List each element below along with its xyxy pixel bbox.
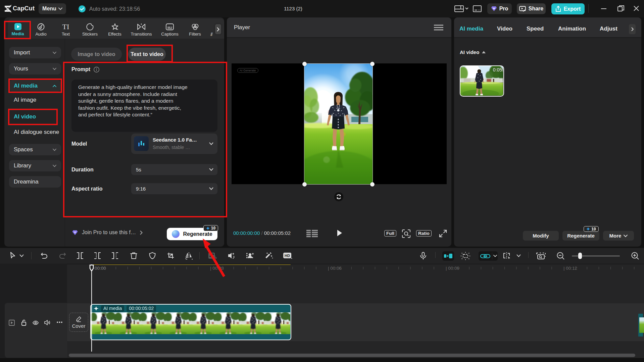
svg-text:| 00:09: | 00:09 — [446, 266, 459, 271]
svg-text:HD: HD — [285, 254, 290, 258]
svg-text:00:00: 00:00 — [95, 266, 106, 271]
svg-text:| 00:06: | 00:06 — [328, 266, 342, 271]
svg-text:| 00:12: | 00:12 — [563, 266, 577, 271]
